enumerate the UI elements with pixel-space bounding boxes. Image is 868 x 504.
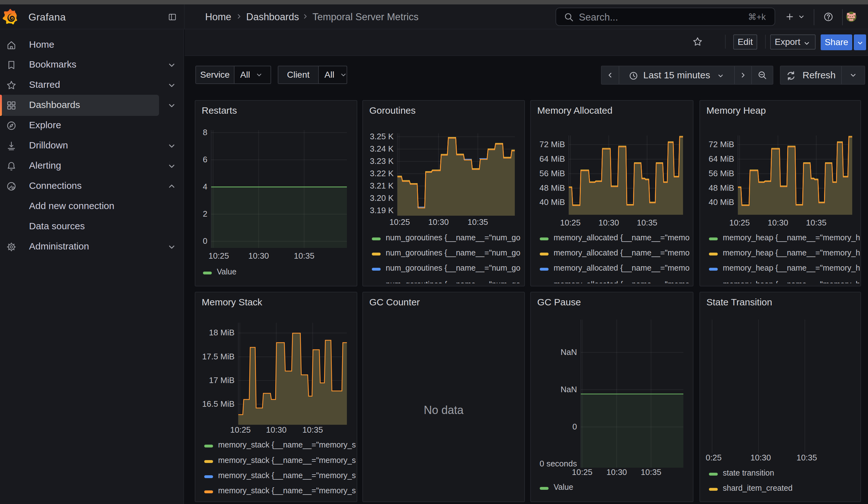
svg-text:48 MiB: 48 MiB	[539, 183, 565, 193]
svg-text:10:35: 10:35	[796, 453, 817, 462]
svg-text:6: 6	[203, 155, 207, 164]
svg-text:10:35: 10:35	[294, 251, 314, 260]
svg-text:3.20 K: 3.20 K	[370, 193, 394, 203]
svg-text:10:30: 10:30	[248, 251, 269, 260]
svg-text:64 MiB: 64 MiB	[709, 154, 734, 164]
svg-text:10:35: 10:35	[641, 467, 661, 477]
svg-text:40 MiB: 40 MiB	[539, 197, 565, 207]
svg-text:56 MiB: 56 MiB	[709, 169, 734, 178]
svg-text:10:30: 10:30	[598, 218, 619, 227]
svg-text:40 MiB: 40 MiB	[709, 197, 734, 207]
svg-text:18 MiB: 18 MiB	[209, 328, 235, 337]
svg-text:NaN: NaN	[560, 347, 577, 357]
svg-text:10:25: 10:25	[390, 217, 410, 227]
svg-text:10:30: 10:30	[606, 467, 627, 477]
svg-text:3.25 K: 3.25 K	[370, 132, 394, 141]
svg-text:10:25: 10:25	[560, 218, 580, 227]
svg-text:0: 0	[203, 236, 207, 246]
svg-text:3.22 K: 3.22 K	[370, 169, 394, 178]
svg-text:10:25: 10:25	[208, 251, 229, 260]
svg-text:3.23 K: 3.23 K	[370, 156, 394, 166]
svg-text:3.21 K: 3.21 K	[370, 181, 394, 191]
svg-text:10:35: 10:35	[302, 425, 323, 434]
svg-text:10:25: 10:25	[230, 425, 251, 434]
svg-text:10:25: 10:25	[572, 467, 592, 477]
svg-text:17.5 MiB: 17.5 MiB	[202, 352, 235, 361]
svg-text:10:35: 10:35	[806, 218, 826, 227]
svg-text:NaN: NaN	[560, 384, 577, 394]
svg-text:72 MiB: 72 MiB	[709, 140, 734, 149]
svg-text:48 MiB: 48 MiB	[709, 183, 734, 193]
svg-text:56 MiB: 56 MiB	[539, 169, 565, 178]
svg-text:64 MiB: 64 MiB	[539, 154, 565, 164]
svg-text:3.24 K: 3.24 K	[370, 144, 394, 154]
svg-text:0:25: 0:25	[706, 453, 722, 462]
svg-text:10:25: 10:25	[729, 218, 750, 227]
svg-text:3.19 K: 3.19 K	[370, 206, 394, 215]
svg-text:10:35: 10:35	[467, 217, 488, 227]
svg-text:2: 2	[203, 209, 207, 218]
svg-text:72 MiB: 72 MiB	[539, 140, 565, 149]
svg-text:16.5 MiB: 16.5 MiB	[202, 399, 235, 409]
svg-text:10:30: 10:30	[768, 218, 788, 227]
svg-text:4: 4	[203, 182, 207, 192]
svg-text:8: 8	[203, 127, 207, 137]
svg-text:0: 0	[572, 422, 577, 431]
svg-text:10:30: 10:30	[266, 425, 287, 434]
svg-text:17 MiB: 17 MiB	[209, 376, 235, 385]
svg-text:10:30: 10:30	[428, 217, 449, 227]
svg-text:0 seconds: 0 seconds	[539, 459, 577, 468]
svg-text:10:35: 10:35	[637, 218, 657, 227]
svg-text:10:30: 10:30	[750, 453, 771, 462]
